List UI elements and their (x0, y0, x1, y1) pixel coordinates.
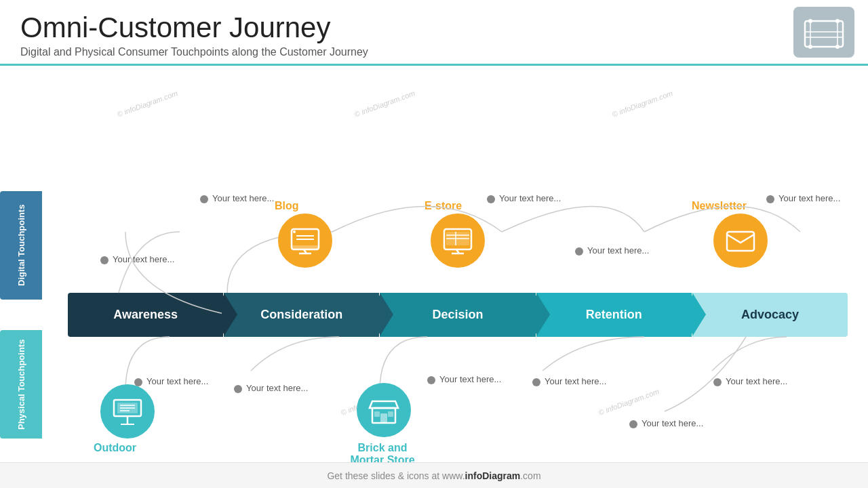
dot-d5 (766, 195, 774, 203)
text-node-d4: Your text here... (575, 245, 649, 257)
footer: Get these slides & icons at www.infoDiag… (0, 462, 868, 488)
text-node-p5: Your text here... (629, 418, 703, 430)
main-content: © infoDiagram.com © infoDiagram.com © in… (0, 66, 868, 479)
dot-d1 (100, 256, 108, 264)
text-node-d2: Your text here... (200, 193, 274, 205)
svg-point-11 (293, 230, 296, 233)
svg-point-1 (808, 19, 812, 23)
svg-point-3 (808, 45, 812, 49)
dot-p2 (234, 385, 242, 393)
watermark-5: © infoDiagram.com (597, 387, 660, 417)
dot-p6 (713, 378, 722, 386)
dot-p4 (532, 378, 540, 386)
header-icon (793, 7, 854, 58)
step-decision: Decision (380, 293, 535, 337)
step-retention: Retention (536, 293, 692, 337)
dot-d2 (200, 195, 208, 203)
dot-p5 (629, 420, 637, 428)
digital-touchpoints-label: Digital Touchpoints (0, 191, 42, 300)
svg-rect-30 (388, 411, 393, 417)
outdoor-label: Outdoor (94, 442, 136, 454)
text-node-p6: Your text here... (713, 376, 787, 388)
text-node-p3: Your text here... (427, 374, 501, 386)
step-awareness: Awareness (68, 293, 223, 337)
text-node-p2: Your text here... (234, 383, 308, 394)
page-title: Omni-Customer Journey (20, 12, 848, 43)
step-consideration: Consideration (224, 293, 379, 337)
step-advocacy: Advocacy (692, 293, 848, 337)
text-node-p4: Your text here... (532, 376, 606, 388)
dot-p1 (134, 378, 142, 386)
newsletter-icon (713, 214, 768, 268)
outdoor-icon (100, 384, 155, 439)
svg-point-2 (835, 19, 840, 23)
dot-d3 (487, 195, 495, 203)
watermark-2: © infoDiagram.com (353, 89, 416, 119)
blog-icon (278, 214, 332, 268)
header: Omni-Customer Journey Digital and Physic… (0, 0, 868, 66)
text-node-d5: Your text here... (766, 193, 840, 205)
estore-label: E-store (425, 200, 462, 212)
blog-label: Blog (275, 200, 299, 212)
text-node-p1: Your text here... (134, 376, 208, 388)
watermark-3: © infoDiagram.com (611, 89, 674, 119)
estore-icon (431, 214, 485, 268)
dot-d4 (575, 247, 583, 256)
newsletter-label: Newsletter (692, 200, 747, 212)
watermark-1: © infoDiagram.com (116, 89, 179, 119)
page-subtitle: Digital and Physical Consumer Touchpoint… (20, 46, 848, 58)
text-node-d3: Your text here... (487, 193, 561, 205)
svg-rect-29 (374, 411, 380, 417)
svg-rect-28 (380, 413, 387, 423)
svg-rect-6 (292, 245, 319, 249)
footer-text: Get these slides & icons at www.infoDiag… (327, 470, 540, 481)
svg-point-4 (835, 45, 840, 49)
physical-touchpoints-label: Physical Touchpoints (0, 330, 42, 439)
text-node-d1: Your text here... (100, 254, 174, 266)
dot-p3 (427, 376, 435, 384)
journey-bar: Awareness Consideration Decision Retenti… (68, 293, 848, 337)
brick-mortar-icon (357, 383, 411, 437)
svg-rect-19 (727, 232, 754, 251)
